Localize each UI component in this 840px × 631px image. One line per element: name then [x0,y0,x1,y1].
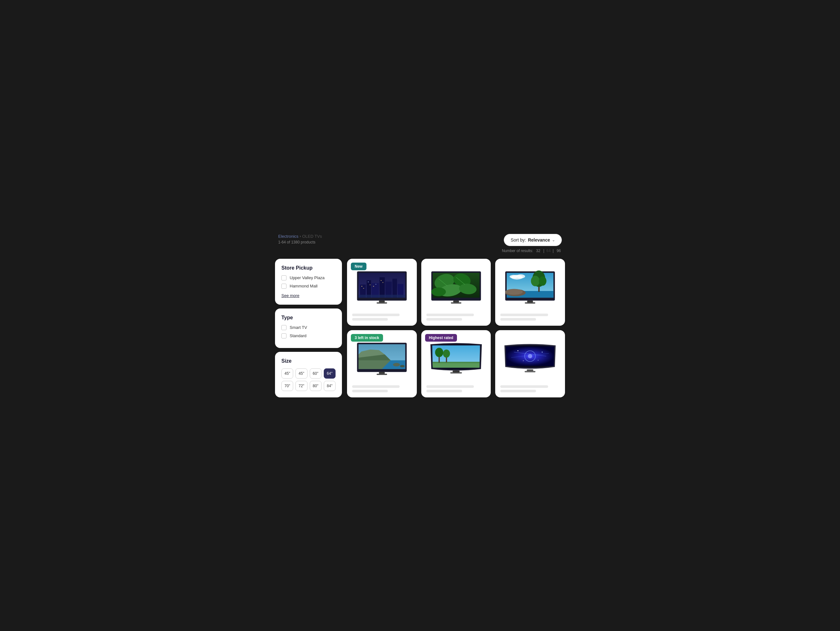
product-image-4 [352,338,412,380]
sidebar: Store Pickup Upper Valley Plaza Hammond … [275,259,342,398]
product-image-5 [426,338,486,380]
svg-point-61 [435,348,443,357]
product-card-1[interactable]: New [347,259,417,326]
info-line [500,318,536,320]
tv-illustration-1 [352,270,412,305]
svg-rect-12 [368,281,369,282]
size-grid: 45" 45" 60" 64" 70" 72" 80" 84" [281,368,336,391]
checkbox-hammond-mall[interactable] [281,284,286,289]
size-btn-45-1[interactable]: 45" [281,368,293,379]
sort-label: Sort by: [510,237,526,243]
checkbox-upper-valley[interactable] [281,275,286,281]
product-info-lines-1 [352,314,412,320]
svg-point-28 [431,287,446,297]
breadcrumb-parent[interactable]: Electronics [278,234,298,239]
main-layout: Store Pickup Upper Valley Plaza Hammond … [275,259,565,398]
product-info-lines-3 [500,314,560,320]
size-btn-45-2[interactable]: 45" [295,368,307,379]
tv-illustration-3 [500,270,560,305]
svg-rect-32 [451,303,461,304]
results-count-row: Number of results: 32 | 64 | 96 [501,249,562,253]
size-btn-72[interactable]: 72" [295,381,307,391]
type-title: Type [281,315,336,320]
chevron-down-icon: ⌄ [552,238,555,242]
product-info-lines-6 [500,385,560,392]
svg-rect-55 [379,372,385,374]
info-line [352,390,388,392]
badge-new: New [351,263,366,270]
filter-item-smart-tv: Smart TV [281,325,336,330]
svg-point-70 [528,354,532,358]
info-line [352,318,388,320]
svg-point-53 [393,363,400,366]
filter-item-hammond-mall: Hammond Mall [281,284,336,289]
product-info-lines-2 [426,314,486,320]
badge-rated: Highest rated [425,334,457,342]
size-btn-70[interactable]: 70" [281,381,293,391]
size-title: Size [281,358,336,364]
result-64[interactable]: 64 [546,249,550,253]
filter-item-upper-valley: Upper Valley Plaza [281,275,336,281]
svg-rect-56 [377,374,387,375]
product-card-6[interactable] [495,330,565,398]
breadcrumb: Electronics › OLED TVs [278,234,322,239]
size-btn-84[interactable]: 84" [324,381,336,391]
results-label: Number of results: [502,249,533,253]
size-btn-60[interactable]: 60" [310,368,322,379]
svg-rect-13 [369,285,371,285]
breadcrumb-separator: › [300,234,301,238]
result-96[interactable]: 96 [557,249,561,253]
svg-point-54 [400,365,405,368]
checkbox-standard[interactable] [281,333,286,338]
product-card-5[interactable]: Highest rated [421,330,491,398]
product-card-4[interactable]: 3 left in stock [347,330,417,398]
size-panel: Size 45" 45" 60" 64" 70" 72" 80" 84" [275,352,342,398]
checkbox-smart-tv[interactable] [281,325,286,330]
svg-point-73 [523,360,524,361]
svg-rect-15 [376,284,376,285]
svg-point-44 [510,275,518,278]
tv-illustration-5 [426,341,486,376]
breadcrumb-current: OLED TVs [302,234,322,239]
info-line [352,314,399,316]
svg-rect-10 [362,286,362,287]
svg-rect-59 [432,363,480,368]
product-image-3 [500,267,560,309]
product-card-3[interactable] [495,259,565,326]
svg-rect-11 [363,288,364,289]
svg-point-37 [505,289,523,295]
sort-button[interactable]: Sort by: Relevance ⌄ [504,234,562,246]
info-line [426,390,462,392]
svg-rect-6 [379,277,385,298]
size-btn-64[interactable]: 64" [324,368,336,379]
header-row: Electronics › OLED TVs 1-64 of 1380 prod… [275,234,565,253]
filter-label-standard: Standard [290,333,306,338]
product-image-1 [352,267,412,309]
size-btn-80[interactable]: 80" [310,381,322,391]
svg-rect-75 [527,369,534,371]
filter-label-hammond-mall: Hammond Mall [290,284,317,289]
info-line [500,390,536,392]
svg-rect-64 [453,371,459,372]
sort-section: Sort by: Relevance ⌄ Number of results: … [501,234,562,253]
result-32[interactable]: 32 [536,249,540,253]
svg-point-40 [531,276,540,286]
info-line [426,314,474,316]
badge-stock: 3 left in stock [351,334,383,342]
svg-rect-20 [377,303,387,304]
sort-value: Relevance [528,237,550,243]
breadcrumb-section: Electronics › OLED TVs 1-64 of 1380 prod… [278,234,322,245]
filter-label-smart-tv: Smart TV [290,325,307,330]
info-line [500,314,548,316]
svg-point-41 [539,276,546,286]
product-card-2[interactable] [421,259,491,326]
tv-illustration-2 [426,270,486,305]
info-line [352,385,399,388]
product-info-lines-5 [426,385,486,392]
see-more-link[interactable]: See more [281,293,299,298]
filter-label-upper-valley: Upper Valley Plaza [290,275,325,280]
product-image-2 [426,267,486,309]
product-info-lines-4 [352,385,412,392]
type-panel: Type Smart TV Standard [275,309,342,348]
filter-item-standard: Standard [281,333,336,338]
